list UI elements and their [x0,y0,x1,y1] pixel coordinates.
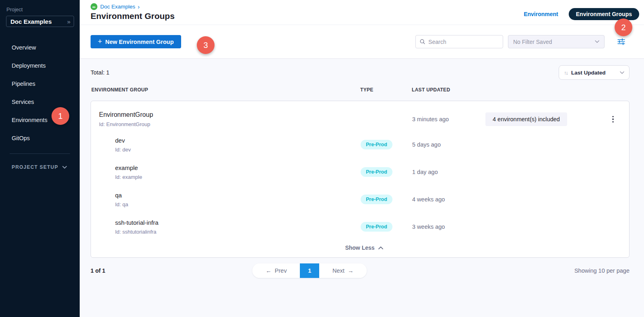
sidebar-divider [10,153,70,154]
environment-last-updated: 4 weeks ago [412,196,485,203]
project-selector[interactable]: Doc Examples » [6,16,74,27]
arrow-left-icon: ← [266,267,272,274]
double-chevron-icon: » [67,18,70,25]
sliders-icon [617,38,625,45]
type-badge: Pre-Prod [361,140,392,149]
breadcrumb-project-link[interactable]: Doc Examples [100,4,135,10]
app-window: Project Doc Examples » Overview Deployme… [0,0,644,317]
breadcrumb: ∞ Doc Examples › [91,3,175,10]
filter-settings-button[interactable] [617,38,625,45]
table-row-environment[interactable]: qa Id: qa Pre-Prod 4 weeks ago [99,186,629,213]
saved-filter-dropdown[interactable]: No Filter Saved [508,35,605,48]
environment-last-updated: 1 day ago [412,169,485,175]
environment-last-updated: 3 weeks ago [412,224,485,230]
chevron-down-icon [620,71,624,74]
environment-id: Id: sshtutorialinfra [115,229,361,235]
kebab-menu-icon[interactable] [609,114,617,124]
step-badge-2: 2 [615,19,632,36]
project-label: Project [6,6,80,12]
main-panel: ∞ Doc Examples › Environment Groups Envi… [80,0,644,317]
sidebar-item-gitops[interactable]: GitOps [0,129,80,147]
page-title: Environment Groups [91,11,175,21]
plus-icon: + [98,37,102,46]
search-box [415,35,503,48]
environment-group-card: EnvironmentGroup Id: EnvironmentGroup 3 … [91,101,630,258]
sort-dropdown[interactable]: ↑↓ Last Updated [559,65,630,80]
environment-id: Id: qa [115,201,361,207]
environment-last-updated: 5 days ago [412,141,485,148]
cd-module-icon: ∞ [91,3,97,10]
environment-name: qa [115,192,361,199]
sidebar-item-deployments[interactable]: Deployments [0,56,80,75]
table-header-row: ENVIRONMENT GROUP TYPE LAST UPDATED [91,87,630,93]
pagination: 1 of 1 ← Prev 1 Next → Showing 10 per pa… [91,263,630,278]
group-name: EnvironmentGroup [99,111,361,118]
type-badge: Pre-Prod [361,222,392,232]
toolbar: + New Environment Group 3 No Filter Save… [80,25,644,59]
step-badge-3: 3 [197,36,215,54]
next-page-button[interactable]: Next → [319,263,367,278]
sidebar-item-services[interactable]: Services [0,93,80,111]
type-badge: Pre-Prod [361,167,392,177]
sidebar-item-overview[interactable]: Overview [0,38,80,56]
sidebar-section-project-setup[interactable]: PROJECT SETUP [12,164,80,170]
page-header: ∞ Doc Examples › Environment Groups Envi… [80,0,644,25]
environments-included-badge: 4 environment(s) included [485,112,567,126]
total-count: Total: 1 [91,69,109,76]
new-environment-group-button[interactable]: + New Environment Group [91,35,181,48]
breadcrumb-separator-icon: › [138,3,140,10]
project-name: Doc Examples [10,18,52,25]
sidebar-nav: Overview Deployments Pipelines Services … [0,38,80,147]
sidebar-item-pipelines[interactable]: Pipelines [0,75,80,93]
environment-name: dev [115,137,361,144]
group-last-updated: 3 minutes ago [412,116,485,122]
tab-environment[interactable]: Environment [524,11,558,17]
sidebar: Project Doc Examples » Overview Deployme… [0,0,80,317]
group-id: Id: EnvironmentGroup [99,121,361,127]
table-row-environment[interactable]: dev Id: dev Pre-Prod 5 days ago [99,131,629,158]
environment-id: Id: dev [115,147,361,153]
table-row-group[interactable]: EnvironmentGroup Id: EnvironmentGroup 3 … [99,108,629,131]
sort-arrows-icon: ↑↓ [564,70,568,76]
content-area: Total: 1 ↑↓ Last Updated ENVIRONMENT GRO… [80,65,644,278]
show-less-button[interactable]: Show Less [99,240,629,254]
prev-page-button[interactable]: ← Prev [252,263,300,278]
chevron-down-icon [62,166,67,169]
chevron-up-icon [378,247,383,249]
pager: ← Prev 1 Next → [252,263,367,278]
chevron-down-icon [595,40,599,43]
page-info: 1 of 1 [91,267,105,274]
per-page-info: Showing 10 per page [574,267,630,274]
table-row-environment[interactable]: ssh-tutorial-infra Id: sshtutorialinfra … [99,213,629,240]
type-badge: Pre-Prod [361,195,392,204]
environment-name: example [115,164,361,171]
search-input[interactable] [428,39,499,45]
arrow-right-icon: → [348,267,354,274]
search-icon [420,39,425,45]
current-page-button[interactable]: 1 [300,263,319,278]
column-last-updated: LAST UPDATED [412,87,630,93]
table-row-environment[interactable]: example Id: example Pre-Prod 1 day ago [99,158,629,186]
step-badge-1: 1 [52,107,69,125]
environment-name: ssh-tutorial-infra [115,219,361,226]
column-environment-group: ENVIRONMENT GROUP [91,87,360,93]
tab-environment-groups[interactable]: Environment Groups [569,8,639,20]
column-type: TYPE [360,87,412,93]
environment-id: Id: example [115,174,361,180]
